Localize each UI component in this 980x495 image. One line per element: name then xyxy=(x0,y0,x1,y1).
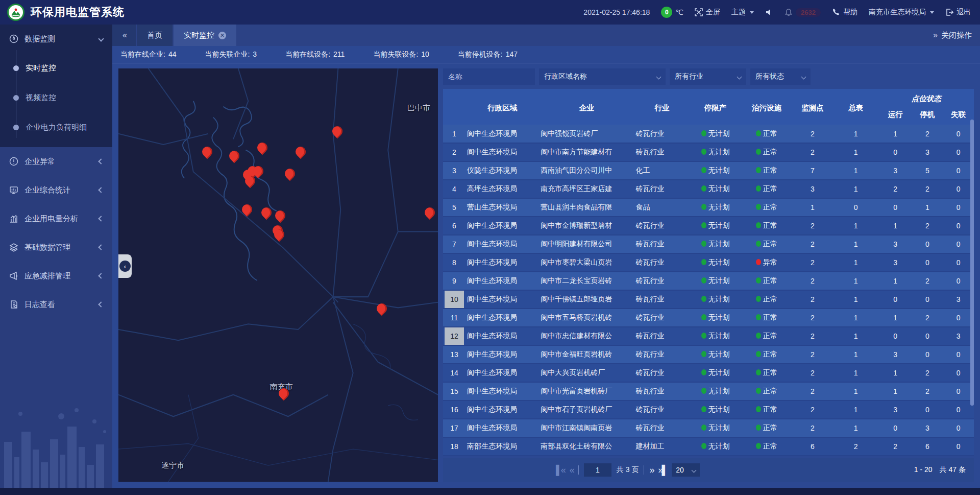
fullscreen-button[interactable]: 全屏 xyxy=(695,8,720,17)
map-collapse-handle[interactable]: ‹ xyxy=(118,254,132,278)
table-row[interactable]: 18 南部生态环境局 南部县双化土砖有限公 建材加工 无计划 正常 6 2 2 xyxy=(443,437,974,456)
last-page-button[interactable]: »▌ xyxy=(658,465,667,475)
map-marker-pin[interactable] xyxy=(424,207,435,222)
table-row[interactable]: 4 高坪生态环境局 南充市高坪区王家店建 砖瓦行业 无计划 正常 3 1 2 xyxy=(443,180,974,198)
log-document-icon xyxy=(9,300,18,309)
map-panel[interactable]: 巴中市 南充市 遂宁市 xyxy=(118,68,438,482)
sidebar-item-base-data[interactable]: 基础数据管理 xyxy=(0,233,112,262)
first-page-button[interactable]: ▌« xyxy=(556,465,565,475)
table-row[interactable]: 10 阆中生态环境局 阆中千佛镇五郎垭页岩 砖瓦行业 无计划 正常 2 1 0 xyxy=(443,290,974,309)
table-row[interactable]: 8 阆中生态环境局 阆中市枣碧大梁山页岩 砖瓦行业 无计划 异常 2 1 3 xyxy=(443,253,974,272)
chevron-left-icon xyxy=(98,301,104,307)
chevron-left-icon xyxy=(98,158,104,164)
industry-filter-select[interactable]: 所有行业 xyxy=(670,68,746,85)
column-region: 行政区域 xyxy=(465,89,539,125)
name-filter-input[interactable] xyxy=(443,68,535,85)
tabs-scroll-left-button[interactable]: « xyxy=(112,25,136,46)
cell-region: 阆中生态环境局 xyxy=(465,327,539,345)
cell-region: 高坪生态环境局 xyxy=(465,180,539,198)
table-row[interactable]: 14 阆中生态环境局 阆中大兴页岩机砖厂 砖瓦行业 无计划 正常 2 1 1 xyxy=(443,364,974,382)
map-marker-pin[interactable] xyxy=(332,126,343,141)
help-button[interactable]: 帮助 xyxy=(832,8,857,17)
map-marker-pin[interactable] xyxy=(257,142,268,157)
logout-button[interactable]: 退出 xyxy=(945,8,971,17)
sidebar-submenu: 实时监控 视频监控 企业电力负荷明细 xyxy=(0,53,112,142)
map-marker-pin[interactable] xyxy=(241,204,253,219)
tab-home[interactable]: 首页 xyxy=(137,25,173,46)
sidebar-item-emergency-reduction[interactable]: 应急减排管理 xyxy=(0,262,112,290)
pin-icon xyxy=(423,205,437,220)
map-marker-pin[interactable] xyxy=(261,207,272,222)
map-marker-pin[interactable] xyxy=(202,146,213,161)
cell-offline: 0 xyxy=(943,253,974,272)
map-marker-pin[interactable] xyxy=(376,303,387,318)
theme-dropdown[interactable]: 主题 xyxy=(731,8,754,17)
sidebar-subitem[interactable]: 实时监控 xyxy=(0,53,112,83)
caret-down-icon xyxy=(930,11,934,14)
table-row[interactable]: 11 阆中生态环境局 阆中市五马桥页岩机砖 砖瓦行业 无计划 正常 2 1 1 xyxy=(443,309,974,327)
cell-region: 阆中生态环境局 xyxy=(465,217,539,235)
region-filter-select[interactable]: 行政区域名称 xyxy=(539,68,666,85)
map-marker-pin[interactable] xyxy=(284,168,296,183)
tab-bar: « 首页 实时监控 ✕ » 关闭操作 xyxy=(112,25,980,46)
table-row[interactable]: 9 阆中生态环境局 阆中市二龙长宝页岩砖 砖瓦行业 无计划 正常 2 1 1 xyxy=(443,272,974,290)
sidebar-subitem[interactable]: 视频监控 xyxy=(0,83,112,112)
table-row[interactable]: 17 阆中生态环境局 阆中市江南镇阆南页岩 砖瓦行业 无计划 正常 2 1 0 xyxy=(443,419,974,437)
map-marker-pin[interactable] xyxy=(278,388,289,403)
table-row[interactable]: 13 阆中生态环境局 阆中市金福旺页岩机砖 砖瓦行业 无计划 正常 2 1 3 xyxy=(443,345,974,364)
table-row[interactable]: 12 阆中生态环境局 阆中市忠信建材有限公 砖瓦行业 无计划 正常 2 1 0 xyxy=(443,327,974,345)
notifications-button[interactable]: 2632 xyxy=(785,8,821,17)
cell-company: 阆中市金博瑞新型墙材 xyxy=(539,217,634,235)
temperature-badge: 0 xyxy=(661,7,672,18)
tab-realtime-monitor[interactable]: 实时监控 ✕ xyxy=(174,25,236,46)
sidebar-subitem[interactable]: 企业电力负荷明细 xyxy=(0,112,112,142)
sidebar-item-enterprise-statistics[interactable]: 企业综合统计 xyxy=(0,176,112,204)
column-meters: 总表 xyxy=(833,89,879,125)
status-dot-icon xyxy=(701,222,706,228)
alert-circle-icon xyxy=(9,157,18,166)
page-number-input[interactable] xyxy=(584,463,611,477)
table-row[interactable]: 1 阆中生态环境局 阆中强锐页岩砖厂 砖瓦行业 无计划 正常 2 1 1 2 xyxy=(443,125,974,143)
map-marker-pin[interactable] xyxy=(295,146,306,161)
status-dot-icon xyxy=(756,425,761,431)
pin-icon xyxy=(240,202,254,217)
cell-offline: 0 xyxy=(943,400,974,419)
cell-offline: 0 xyxy=(943,180,974,198)
table-row[interactable]: 6 阆中生态环境局 阆中市金博瑞新型墙材 砖瓦行业 无计划 正常 2 1 1 xyxy=(443,217,974,235)
sidebar-item-log-view[interactable]: 日志查看 xyxy=(0,290,112,319)
close-operations-button[interactable]: 关闭操作 xyxy=(941,31,972,40)
tab-close-icon[interactable]: ✕ xyxy=(218,32,226,39)
table-scrollbar[interactable] xyxy=(970,120,974,406)
table-row[interactable]: 7 阆中生态环境局 阆中明阳建材有限公司 砖瓦行业 无计划 正常 2 1 3 xyxy=(443,235,974,253)
cell-industry: 砖瓦行业 xyxy=(634,235,690,253)
map-marker-pin[interactable] xyxy=(229,150,240,166)
next-page-button[interactable]: » xyxy=(649,465,653,475)
page-size-select[interactable]: 20 xyxy=(672,463,700,477)
map-marker-pin[interactable] xyxy=(275,210,286,225)
table-row[interactable]: 5 营山生态环境局 营山县润丰肉食品有限 食品 无计划 正常 1 0 0 1 xyxy=(443,198,974,217)
sidebar-item-data-monitor[interactable]: 数据监测 xyxy=(0,25,112,53)
table-row[interactable]: 15 阆中生态环境局 阆中市光富页岩机砖厂 砖瓦行业 无计划 正常 2 1 1 xyxy=(443,382,974,400)
row-index: 11 xyxy=(445,309,464,326)
cell-limit: 无计划 xyxy=(690,143,741,161)
map-marker-pin[interactable] xyxy=(244,175,256,191)
table-row[interactable]: 16 阆中生态环境局 阆中市石子页岩机砖厂 砖瓦行业 无计划 正常 2 1 3 xyxy=(443,400,974,419)
cell-offline: 0 xyxy=(943,364,974,382)
prev-page-button[interactable]: « xyxy=(570,465,573,475)
map-marker-pin[interactable] xyxy=(274,229,285,244)
org-dropdown[interactable]: 南充市生态环境局 xyxy=(869,8,934,17)
cell-industry: 砖瓦行业 xyxy=(634,345,690,364)
status-dot-icon xyxy=(756,149,761,155)
table-row[interactable]: 3 仪陇生态环境局 西南油气田分公司川中 化工 无计划 正常 7 1 3 5 xyxy=(443,161,974,180)
sidebar-item-power-analysis[interactable]: 企业用电量分析 xyxy=(0,204,112,233)
cell-stopped: 0 xyxy=(912,327,943,345)
row-index: 10 xyxy=(445,291,464,308)
cell-meters: 0 xyxy=(833,198,879,217)
sidebar-item-enterprise-abnormal[interactable]: 企业异常 xyxy=(0,147,112,176)
cell-company: 阆中市五马桥页岩机砖 xyxy=(539,309,634,327)
status-filter-select[interactable]: 所有状态 xyxy=(750,68,811,85)
stat-item: 当前在线设备: 211 xyxy=(285,50,345,59)
tabs-scroll-right-icon[interactable]: » xyxy=(933,31,936,40)
mute-button[interactable] xyxy=(765,8,773,16)
table-row[interactable]: 2 阆中生态环境局 阆中市南方节能建材有 砖瓦行业 无计划 正常 2 1 0 xyxy=(443,143,974,161)
